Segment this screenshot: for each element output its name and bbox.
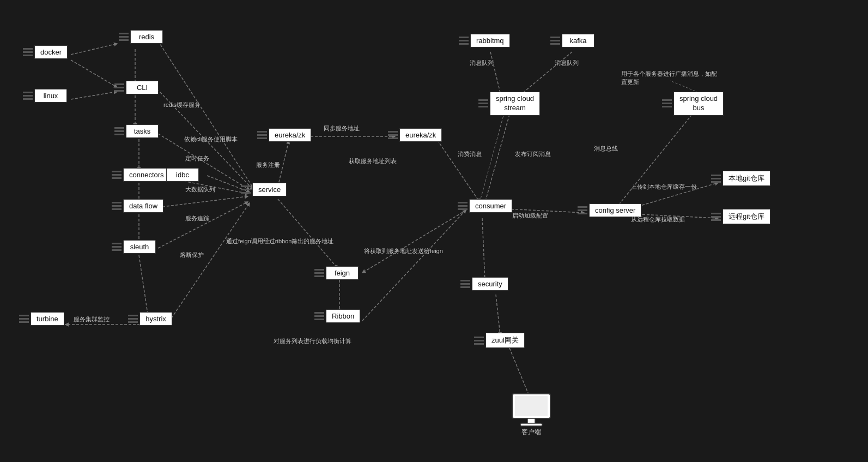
node-tasks-label: tasks [126,124,159,138]
node-idbc-label: idbc [166,168,199,182]
label-redis-cache: redis缓存服务 [163,101,201,109]
label-consume-msg: 消费消息 [458,150,482,158]
svg-line-7 [71,44,117,55]
label-service-trace: 服务追踪 [185,214,209,223]
connections-svg [0,0,868,462]
label-cli-dep: 依赖cli服务使用脚本 [184,135,238,143]
node-kafka-label: kafka [562,34,594,47]
node-rabbitmq-label: rabbitmq [470,34,510,47]
node-consumer: consumer [458,199,512,213]
label-service-monitor: 服务集群监控 [74,315,110,323]
node-cli-label: CLI [126,81,159,94]
node-turbine: turbine [19,312,64,326]
svg-line-21 [278,199,338,268]
node-remote-git-label: 远程git仓库 [723,209,770,224]
node-sleuth-label: sleuth [123,240,156,254]
label-pull-remote: 从远程仓库拉取数据 [631,215,685,224]
node-docker: docker [23,45,68,59]
label-sync-addr: 同步服务地址 [324,124,360,133]
node-docker-label: docker [34,45,68,59]
label-msg-queue-1: 消息队列 [470,59,494,67]
node-hystrix: hystrix [128,312,172,326]
node-eureka-zk-right: eureka/zk [388,128,442,142]
node-redis: redis [119,30,163,44]
node-eureka-zk-left-label: eureka/zk [269,128,311,142]
node-remote-git: 远程git仓库 [711,209,770,224]
svg-line-17 [169,203,250,322]
node-tasks: tasks [114,124,159,138]
label-startup-config: 启动加载配置 [512,212,548,220]
node-consumer-label: consumer [469,199,512,213]
label-pub-sub: 发布订阅消息 [515,150,551,158]
label-big-data: 大数据队列 [185,185,215,194]
node-feign: feign [314,266,359,280]
node-data-flow: data flow [112,199,163,213]
node-feign-label: feign [326,266,359,280]
diagram-container: docker redis CLI linux tasks connectors … [0,0,868,462]
node-spring-cloud-bus: spring cloudbus [662,92,724,116]
node-idbc: idbc [166,168,199,182]
node-local-git-label: 本地git仓库 [723,171,770,186]
node-service-label: service [252,183,287,196]
node-rabbitmq: rabbitmq [459,34,510,47]
node-spring-cloud-bus-label: spring cloudbus [673,92,724,116]
node-connectors-label: connectors [123,168,170,182]
node-data-flow-label: data flow [123,199,163,213]
node-redis-label: redis [130,30,163,44]
svg-line-34 [482,218,485,281]
node-client-label: 客户端 [509,428,553,437]
svg-line-23 [362,210,466,321]
node-security-label: security [472,277,508,291]
label-send-feign: 将获取到服务地址发送给feign [364,247,443,255]
svg-line-27 [485,115,509,203]
node-eureka-zk-right-label: eureka/zk [399,128,442,142]
svg-line-35 [496,295,500,335]
svg-line-20 [435,136,479,202]
node-kafka: kafka [550,34,594,47]
svg-line-9 [71,92,117,99]
node-client: 客户端 [509,393,553,437]
node-sleuth: sleuth [112,240,156,254]
node-eureka-zk-left: eureka/zk [257,128,311,142]
label-feign-call: 通过feign调用经过ribbon筛出的服务地址 [226,237,333,245]
node-cli: CLI [114,81,159,94]
node-spring-cloud-stream-label: spring cloudstream [490,92,540,116]
node-local-git: 本地git仓库 [711,171,770,186]
label-upload-local: 上传到本地仓库缓存一份 [631,183,697,191]
svg-line-5 [139,255,148,317]
node-turbine-label: turbine [31,312,64,326]
node-spring-cloud-stream: spring cloudstream [478,92,540,116]
svg-line-10 [158,41,253,188]
label-service-reg: 服务注册 [256,161,280,169]
label-circuit-break: 熔断保护 [180,251,204,259]
node-security: security [460,277,508,291]
svg-line-28 [479,113,504,203]
label-broadcast-desc: 用于各个服务器进行广播消息，如配置更新 [621,70,719,87]
label-scheduled: 定时任务 [185,154,209,163]
label-load-balance: 对服务列表进行负载均衡计算 [274,337,351,345]
label-get-addr: 获取服务地址列表 [349,157,397,165]
node-zuul: zuul网关 [474,333,525,348]
svg-line-24 [362,210,466,273]
node-zuul-label: zuul网关 [485,333,525,348]
node-ribbon: Ribbon [314,309,360,323]
svg-line-29 [616,115,692,208]
node-linux: linux [23,89,67,103]
node-connectors: connectors [112,168,170,182]
node-service: service [241,183,287,196]
svg-line-8 [71,60,117,87]
label-msg-queue-2: 消息队列 [555,59,579,67]
node-hystrix-label: hystrix [139,312,172,326]
svg-rect-40 [520,423,542,426]
node-linux-label: linux [34,89,67,103]
svg-line-15 [158,196,248,207]
label-msg-bus: 消息总线 [594,145,618,153]
svg-rect-38 [515,396,548,416]
node-ribbon-label: Ribbon [326,309,360,323]
